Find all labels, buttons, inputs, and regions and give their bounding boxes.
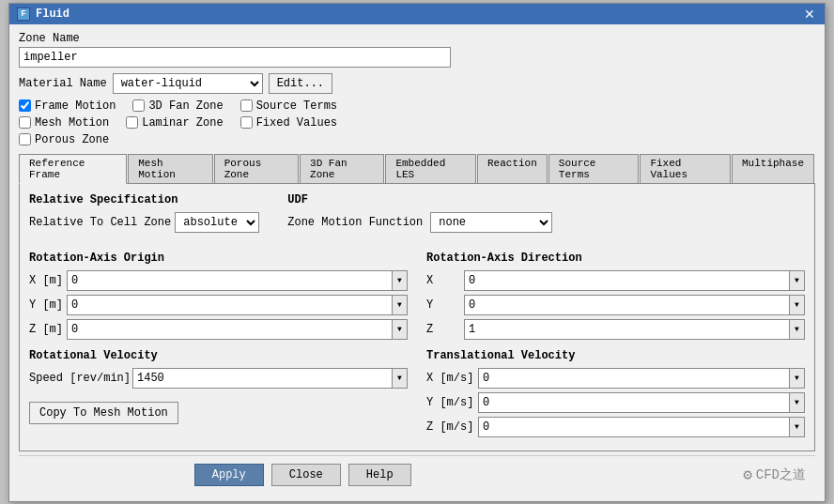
checkbox-row-2: Mesh Motion Laminar Zone Fixed Values xyxy=(19,116,815,130)
tab-reference-frame[interactable]: Reference Frame xyxy=(19,154,127,184)
origin-y-arrow[interactable]: ▼ xyxy=(392,296,407,314)
fixed-values-label: Fixed Values xyxy=(256,116,337,130)
zone-name-row: Zone Name xyxy=(19,32,815,68)
direction-z-label: Z xyxy=(426,323,464,336)
bottom-buttons: Apply Close Help xyxy=(194,464,411,486)
tab-mesh-motion[interactable]: Mesh Motion xyxy=(128,154,212,183)
trans-y-label: Y [m/s] xyxy=(426,396,478,409)
trans-z-arrow[interactable]: ▼ xyxy=(789,418,804,436)
material-label: Material Name xyxy=(19,77,107,90)
trans-x-input[interactable] xyxy=(479,369,789,388)
trans-z-label: Z [m/s] xyxy=(426,420,478,434)
direction-x-arrow[interactable]: ▼ xyxy=(789,271,804,290)
tab-porous-zone[interactable]: Porous Zone xyxy=(214,154,299,183)
direction-z-arrow[interactable]: ▼ xyxy=(789,320,804,339)
help-button[interactable]: Help xyxy=(348,464,411,486)
trans-x-arrow[interactable]: ▼ xyxy=(789,369,804,388)
tab-reaction[interactable]: Reaction xyxy=(477,154,548,183)
direction-x-input[interactable] xyxy=(465,271,789,290)
trans-z-row: Z [m/s] ▼ xyxy=(426,417,805,437)
relative-spec-select[interactable]: absolute xyxy=(175,212,259,233)
trans-y-row: Y [m/s] ▼ xyxy=(426,392,805,413)
trans-x-input-wrap: ▼ xyxy=(478,368,805,389)
mesh-motion-checkbox-item[interactable]: Mesh Motion xyxy=(19,116,109,130)
direction-y-row: Y ▼ xyxy=(426,295,805,315)
trans-y-input-wrap: ▼ xyxy=(478,392,805,413)
origin-x-input-wrap: ▼ xyxy=(67,270,408,291)
material-select[interactable]: water-liquid xyxy=(113,73,263,94)
speed-label: Speed [rev/min] xyxy=(29,372,132,385)
fixed-values-checkbox[interactable] xyxy=(240,116,253,129)
fixed-values-checkbox-item[interactable]: Fixed Values xyxy=(240,116,337,130)
origin-z-row: Z [m] ▼ xyxy=(29,319,408,340)
tab-3d-fan-zone[interactable]: 3D Fan Zone xyxy=(300,154,384,183)
trans-y-arrow[interactable]: ▼ xyxy=(789,393,804,412)
laminar-zone-label: Laminar Zone xyxy=(142,116,223,130)
mesh-motion-label: Mesh Motion xyxy=(35,116,109,130)
close-button[interactable]: Close xyxy=(271,464,341,486)
dialog-title: Fluid xyxy=(36,8,70,21)
3d-fan-zone-checkbox[interactable] xyxy=(132,99,145,112)
zone-name-input[interactable] xyxy=(19,47,451,68)
udf-select[interactable]: none xyxy=(430,212,552,233)
udf-section: UDF Zone Motion Function none xyxy=(287,193,552,240)
copy-to-mesh-motion-button[interactable]: Copy To Mesh Motion xyxy=(29,402,178,424)
laminar-zone-checkbox-item[interactable]: Laminar Zone xyxy=(126,116,223,130)
close-icon[interactable]: ✕ xyxy=(802,8,817,21)
origin-z-input[interactable] xyxy=(68,320,392,339)
direction-y-arrow[interactable]: ▼ xyxy=(789,296,804,314)
direction-z-row: Z ▼ xyxy=(426,319,805,340)
direction-z-input[interactable] xyxy=(465,320,789,339)
axis-two-col: Rotation-Axis Origin X [m] ▼ Y [m] xyxy=(29,252,805,441)
speed-input[interactable] xyxy=(133,369,392,388)
direction-y-input[interactable] xyxy=(465,296,789,314)
relative-spec-section: Relative Specification Relative To Cell … xyxy=(29,193,259,242)
tabs-row: Reference Frame Mesh Motion Porous Zone … xyxy=(19,154,815,184)
trans-z-input[interactable] xyxy=(479,418,789,436)
frame-motion-checkbox[interactable] xyxy=(19,99,31,112)
frame-motion-checkbox-item[interactable]: Frame Motion xyxy=(19,99,116,113)
rotation-axis-origin-title: Rotation-Axis Origin xyxy=(29,252,408,265)
origin-z-label: Z [m] xyxy=(29,323,67,336)
origin-z-arrow[interactable]: ▼ xyxy=(392,320,407,339)
zone-name-label: Zone Name xyxy=(19,32,815,45)
relative-spec-title: Relative Specification xyxy=(29,193,259,206)
rotational-velocity-section: Rotational Velocity Speed [rev/min] ▼ Co… xyxy=(29,349,408,424)
udf-title: UDF xyxy=(287,193,552,206)
direction-x-input-wrap: ▼ xyxy=(464,270,805,291)
fluid-dialog: F Fluid ✕ Zone Name Material Name water-… xyxy=(8,3,826,502)
speed-row: Speed [rev/min] ▼ xyxy=(29,368,408,389)
mesh-motion-checkbox[interactable] xyxy=(19,116,31,129)
tab-multiphase[interactable]: Multiphase xyxy=(732,154,814,183)
dialog-icon: F xyxy=(17,8,30,21)
rotation-axis-origin-section: Rotation-Axis Origin X [m] ▼ Y [m] xyxy=(29,252,408,441)
trans-y-input[interactable] xyxy=(479,393,789,412)
tab-source-terms[interactable]: Source Terms xyxy=(548,154,640,183)
apply-button[interactable]: Apply xyxy=(194,464,264,486)
origin-x-input[interactable] xyxy=(68,271,392,290)
rotation-axis-direction-title: Rotation-Axis Direction xyxy=(426,252,805,265)
direction-axis-group: X ▼ Y ▼ xyxy=(426,270,805,340)
rotation-axis-direction-section: Rotation-Axis Direction X ▼ Y xyxy=(426,252,805,441)
origin-y-row: Y [m] ▼ xyxy=(29,295,408,315)
watermark: ⚙ CFD之道 xyxy=(743,466,806,484)
porous-zone-checkbox-item[interactable]: Porous Zone xyxy=(19,133,109,146)
dialog-body: Zone Name Material Name water-liquid Edi… xyxy=(9,24,825,501)
tab-fixed-values[interactable]: Fixed Values xyxy=(640,154,731,183)
direction-y-label: Y xyxy=(426,298,464,312)
edit-material-button[interactable]: Edit... xyxy=(269,73,332,94)
origin-y-input[interactable] xyxy=(68,296,392,314)
origin-x-arrow[interactable]: ▼ xyxy=(392,271,407,290)
origin-axis-group: X [m] ▼ Y [m] ▼ xyxy=(29,270,408,340)
3d-fan-zone-checkbox-item[interactable]: 3D Fan Zone xyxy=(132,99,223,113)
tab-embedded-les[interactable]: Embedded LES xyxy=(385,154,476,183)
source-terms-checkbox[interactable] xyxy=(240,99,253,112)
origin-z-input-wrap: ▼ xyxy=(67,319,408,340)
udf-row: Zone Motion Function none xyxy=(287,212,552,233)
source-terms-checkbox-item[interactable]: Source Terms xyxy=(240,99,337,113)
udf-label: Zone Motion Function xyxy=(287,216,423,229)
porous-zone-checkbox[interactable] xyxy=(19,133,31,145)
speed-arrow[interactable]: ▼ xyxy=(392,369,407,388)
laminar-zone-checkbox[interactable] xyxy=(126,116,138,129)
checkbox-row-3: Porous Zone xyxy=(19,133,815,146)
